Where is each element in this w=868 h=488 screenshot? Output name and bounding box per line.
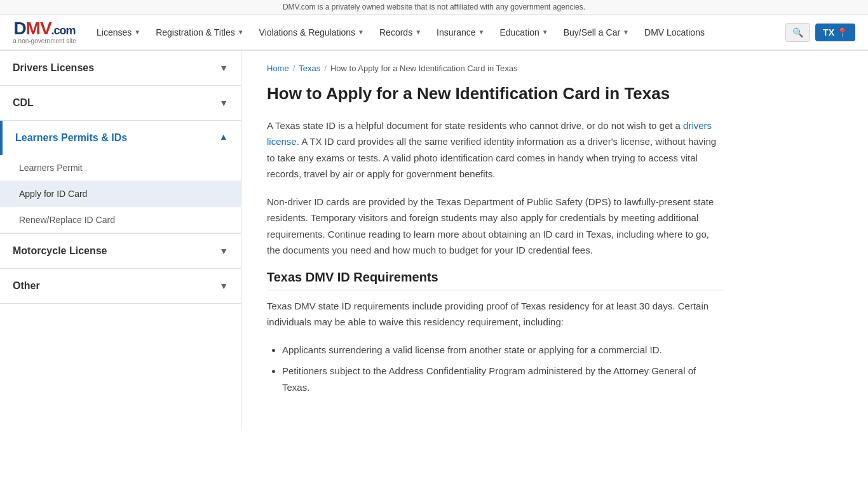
breadcrumb-state[interactable]: Texas xyxy=(299,64,320,73)
drivers-license-link[interactable]: drivers license xyxy=(267,120,712,147)
nav-dmv-locations[interactable]: DMV Locations xyxy=(637,21,712,44)
logo[interactable]: DMV.com a non-government site xyxy=(13,20,76,44)
nav-education[interactable]: Education ▼ xyxy=(492,21,555,44)
location-button[interactable]: TX 📍 xyxy=(815,24,855,41)
education-caret: ▼ xyxy=(542,29,548,36)
top-banner: DMV.com is a privately owned website tha… xyxy=(0,0,868,15)
violations-caret: ▼ xyxy=(358,29,364,36)
article: How to Apply for a New Identification Ca… xyxy=(267,83,724,395)
intro-paragraph: A Texas state ID is a helpful document f… xyxy=(267,118,724,182)
sidebar-motorcycle-license: Motorcycle License ▼ xyxy=(0,234,241,269)
logo-text: DMV.com xyxy=(13,20,75,37)
second-paragraph: Non-driver ID cards are provided by the … xyxy=(267,194,724,259)
sidebar-learners-permits-header[interactable]: Learners Permits & IDs ▼ xyxy=(0,121,241,155)
sidebar-drivers-licenses-header[interactable]: Drivers Licenses ▼ xyxy=(0,51,241,85)
nav-records[interactable]: Records ▼ xyxy=(372,21,429,44)
nav-violations[interactable]: Violations & Regulations ▼ xyxy=(252,21,372,44)
breadcrumb-sep-1: / xyxy=(293,64,295,73)
sidebar-motorcycle-header[interactable]: Motorcycle License ▼ xyxy=(0,234,241,268)
sidebar-other-header[interactable]: Other ▼ xyxy=(0,269,241,303)
main-content: Home / Texas / How to Apply for a New Id… xyxy=(241,51,750,431)
main-layout: Drivers Licenses ▼ CDL ▼ Learners Permit… xyxy=(0,51,868,431)
learners-subitems: Learners Permit Apply for ID Card Renew/… xyxy=(0,155,241,233)
buysell-caret: ▼ xyxy=(623,29,629,36)
cdl-chevron: ▼ xyxy=(219,98,228,108)
sidebar-drivers-licenses-label: Drivers Licenses xyxy=(13,62,94,74)
header-right: 🔍 TX 📍 xyxy=(785,23,855,42)
nav-buy-sell[interactable]: Buy/Sell a Car ▼ xyxy=(556,21,637,44)
nav-licenses[interactable]: Licenses ▼ xyxy=(89,21,148,44)
pin-icon: 📍 xyxy=(837,27,848,37)
list-item: Applicants surrendering a valid license … xyxy=(282,342,724,358)
sidebar-learners-permits-label: Learners Permits & IDs xyxy=(15,132,127,144)
sidebar-other: Other ▼ xyxy=(0,269,241,304)
article-title: How to Apply for a New Identification Ca… xyxy=(267,83,724,105)
other-chevron: ▼ xyxy=(219,281,228,291)
logo-tagline: a non-government site xyxy=(13,37,76,44)
learners-chevron: ▼ xyxy=(219,133,228,143)
insurance-caret: ▼ xyxy=(478,29,485,36)
banner-text: DMV.com is a privately owned website tha… xyxy=(283,3,585,11)
section-paragraph: Texas DMV state ID requirements include … xyxy=(267,298,724,330)
motorcycle-chevron: ▼ xyxy=(219,246,228,256)
breadcrumb-home[interactable]: Home xyxy=(267,64,289,73)
records-caret: ▼ xyxy=(415,29,421,36)
header: DMV.com a non-government site Licenses ▼… xyxy=(0,15,868,51)
drivers-licenses-chevron: ▼ xyxy=(219,63,228,73)
subitem-renew-replace[interactable]: Renew/Replace ID Card xyxy=(0,207,241,233)
sidebar: Drivers Licenses ▼ CDL ▼ Learners Permit… xyxy=(0,51,241,431)
licenses-caret: ▼ xyxy=(134,29,140,36)
section-heading: Texas DMV ID Requirements xyxy=(267,270,724,290)
sidebar-drivers-licenses: Drivers Licenses ▼ xyxy=(0,51,241,86)
subitem-apply-id-card[interactable]: Apply for ID Card xyxy=(0,181,241,207)
breadcrumb: Home / Texas / How to Apply for a New Id… xyxy=(267,64,724,73)
breadcrumb-current: How to Apply for a New Identification Ca… xyxy=(330,64,518,73)
sidebar-cdl: CDL ▼ xyxy=(0,86,241,121)
registration-caret: ▼ xyxy=(238,29,244,36)
nav-insurance[interactable]: Insurance ▼ xyxy=(429,21,492,44)
search-button[interactable]: 🔍 xyxy=(785,23,810,42)
sidebar-learners-permits: Learners Permits & IDs ▼ Learners Permit… xyxy=(0,121,241,234)
list-item: Petitioners subject to the Address Confi… xyxy=(282,363,724,395)
breadcrumb-sep-2: / xyxy=(324,64,327,73)
sidebar-cdl-header[interactable]: CDL ▼ xyxy=(0,86,241,120)
main-nav: Licenses ▼ Registration & Titles ▼ Viola… xyxy=(89,21,785,44)
subitem-learners-permit[interactable]: Learners Permit xyxy=(0,155,241,181)
location-state: TX xyxy=(823,27,834,37)
sidebar-other-label: Other xyxy=(13,280,40,292)
sidebar-motorcycle-label: Motorcycle License xyxy=(13,245,107,257)
nav-registration-titles[interactable]: Registration & Titles ▼ xyxy=(148,21,251,44)
sidebar-cdl-label: CDL xyxy=(13,97,34,109)
requirements-list: Applicants surrendering a valid license … xyxy=(282,342,724,396)
